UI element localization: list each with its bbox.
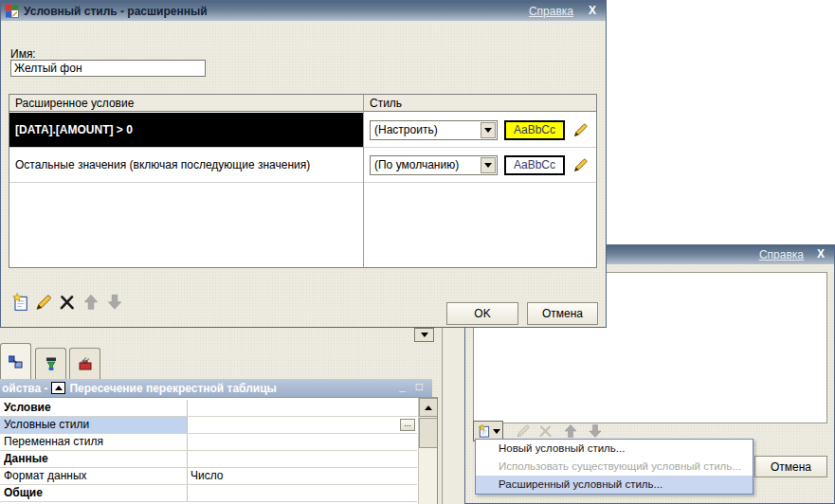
delete-x-icon[interactable]: [58, 293, 77, 312]
new-conditional-style-icon: [477, 423, 491, 439]
tab-query-explorer[interactable]: [35, 348, 66, 379]
column-header-style: Стиль: [370, 97, 402, 110]
window-gap-strip: [443, 328, 464, 504]
property-row-style-variable[interactable]: Переменная стиля: [0, 434, 417, 451]
menu-item-new-conditional-style[interactable]: Новый условный стиль...: [476, 440, 753, 458]
table-header: Расширенное условие Стиль: [9, 95, 596, 112]
property-value: Число: [191, 468, 417, 484]
property-group-row: Общие: [0, 485, 417, 502]
condition-cell[interactable]: Остальные значения (включая последующие …: [9, 148, 363, 182]
scroll-up-button[interactable]: [419, 398, 438, 417]
style-select[interactable]: (По умолчанию): [370, 155, 498, 175]
chevron-down-icon: [484, 128, 492, 133]
property-label: Условие: [4, 400, 187, 416]
move-down-icon[interactable]: [105, 293, 124, 312]
property-row-conditional-styles[interactable]: Условные стили ...: [0, 417, 417, 434]
cancel-button[interactable]: Отмена: [527, 302, 598, 325]
edit-pencil-icon-disabled: [515, 423, 532, 440]
triangle-up-icon: [55, 386, 63, 390]
dialog-titlebar: Условный стиль - расширенный Справка X: [1, 1, 606, 21]
screen: ойства - Пересечение перекрестной таблиц…: [0, 0, 835, 504]
ok-button[interactable]: OK: [446, 302, 518, 325]
style-select[interactable]: (Настроить): [370, 120, 498, 140]
move-up-icon[interactable]: [82, 293, 100, 312]
edit-pencil-icon[interactable]: [572, 121, 590, 139]
tab-toolbox[interactable]: [69, 348, 100, 379]
chevron-down-icon: [493, 429, 500, 434]
dialog-title: Условный стиль - расширенный: [24, 5, 208, 18]
properties-grid: Условие Условные стили ... Переменная ст…: [0, 397, 438, 504]
menu-item-use-existing-style: Использовать существующий условный стиль…: [476, 458, 753, 476]
new-style-menu: Новый условный стиль... Использовать сущ…: [475, 439, 753, 495]
style-cell: (По умолчанию) AaBbCc: [364, 148, 596, 182]
table-row[interactable]: [DATA].[AMOUNT] > 0 (Настроить) AaBbCc: [9, 113, 596, 148]
column-header-condition: Расширенное условие: [15, 97, 134, 110]
combo-arrow-button[interactable]: [481, 122, 496, 138]
panel-title-prefix: ойства -: [2, 382, 47, 395]
panel-border: [437, 398, 438, 504]
properties-panel-header: ойства - Пересечение перекрестной таблиц…: [0, 379, 432, 397]
help-link[interactable]: Справка: [529, 5, 573, 18]
advanced-conditional-style-dialog: Условный стиль - расширенный Справка X И…: [0, 0, 607, 328]
edit-pencil-icon[interactable]: [572, 156, 590, 174]
report-pages-icon: [9, 354, 24, 369]
property-label: Формат данных: [4, 468, 187, 484]
style-select-value: (По умолчанию): [371, 158, 459, 171]
property-label: Общие: [4, 485, 187, 501]
property-label: Данные: [4, 451, 187, 467]
help-link[interactable]: Справка: [759, 248, 804, 261]
property-group-row: Данные: [0, 451, 417, 468]
name-label: Имя:: [10, 47, 36, 61]
restore-panel-button[interactable]: □: [416, 379, 423, 397]
toolbox-icon: [78, 356, 93, 371]
close-icon[interactable]: X: [589, 4, 596, 17]
triangle-up-icon: [425, 405, 432, 410]
combo-arrow-button[interactable]: [481, 157, 496, 173]
column-divider: [363, 95, 364, 267]
vertical-scrollbar[interactable]: [418, 398, 437, 504]
property-label: Условные стили: [4, 417, 187, 433]
condition-cell-selected[interactable]: [DATA].[AMOUNT] > 0: [9, 113, 363, 147]
chevron-down-icon: [484, 163, 492, 168]
delete-x-icon-disabled: [537, 423, 554, 440]
conditions-table: Расширенное условие Стиль [DATA].[AMOUNT…: [9, 94, 597, 268]
conditional-style-icon: [5, 4, 19, 18]
style-cell: (Настроить) AaBbCc: [364, 113, 596, 147]
cancel-button[interactable]: Отмена: [754, 456, 827, 477]
minimize-panel-button[interactable]: _: [399, 379, 406, 397]
style-preview-yellow: AaBbCc: [504, 120, 565, 140]
style-preview-default: AaBbCc: [504, 155, 565, 175]
close-icon[interactable]: X: [817, 247, 825, 261]
property-group-row: Условие: [0, 400, 417, 417]
panel-title: Пересечение перекрестной таблицы: [69, 382, 276, 395]
scrollbar-thumb[interactable]: [419, 418, 438, 448]
edit-pencil-icon[interactable]: [34, 293, 53, 312]
menu-item-advanced-conditional-style[interactable]: Расширенный условный стиль...: [476, 476, 753, 494]
collapse-panel-button[interactable]: [51, 382, 65, 394]
new-conditional-style-icon[interactable]: [10, 293, 29, 312]
table-row[interactable]: Остальные значения (включая последующие …: [9, 148, 596, 183]
style-select-value: (Настроить): [371, 123, 438, 136]
tab-report-pages[interactable]: [0, 343, 31, 379]
query-explorer-icon: [44, 356, 59, 371]
property-label: Переменная стиля: [4, 434, 187, 450]
dialog-body: Имя: Расширенное условие Стиль [DATA].[A…: [1, 21, 606, 327]
chevron-down-icon: [421, 333, 428, 337]
name-input[interactable]: [10, 60, 206, 77]
combobox-dropdown-button[interactable]: [414, 328, 434, 342]
move-down-icon: [587, 423, 604, 440]
move-up-icon: [562, 423, 579, 440]
background-app-window: ойства - Пересечение перекрестной таблиц…: [0, 328, 443, 504]
property-row-data-format[interactable]: Формат данных Число: [0, 468, 417, 485]
ellipsis-button[interactable]: ...: [400, 419, 415, 431]
